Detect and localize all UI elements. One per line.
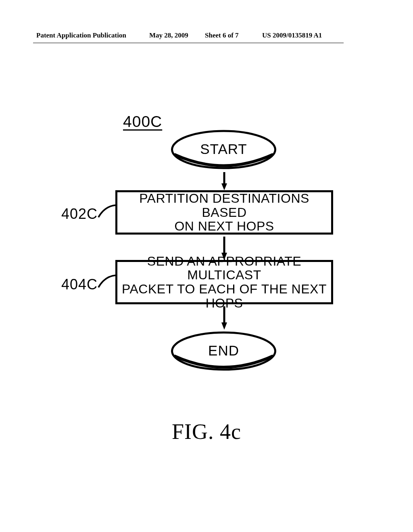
figure-reference: 400C (123, 113, 162, 131)
process-box-402c: PARTITION DESTINATIONS BASED ON NEXT HOP… (115, 190, 333, 235)
header-pubno: US 2009/0135819 A1 (262, 31, 322, 39)
svg-marker-2 (221, 183, 227, 190)
flowchart: 400C START 402C PARTITION DESTINATI (40, 99, 363, 417)
figure-caption: FIG. 4c (0, 419, 413, 444)
start-label: START (170, 141, 277, 157)
text-line: PARTITION DESTINATIONS BASED (139, 191, 309, 220)
header-rule (33, 43, 344, 43)
leader-line-icon (98, 273, 117, 289)
end-node: END (170, 331, 277, 373)
svg-marker-6 (221, 322, 227, 330)
arrow-icon (221, 306, 227, 330)
leader-line-icon (98, 203, 117, 219)
process-text: SEND AN APPROPRIATE MULTICAST PACKET TO … (121, 254, 328, 310)
end-label: END (170, 343, 277, 359)
header-publication: Patent Application Publication (36, 31, 126, 39)
header-sheet: Sheet 6 of 7 (205, 31, 239, 39)
process-box-404c: SEND AN APPROPRIATE MULTICAST PACKET TO … (115, 260, 333, 304)
text-line: SEND AN APPROPRIATE MULTICAST (147, 254, 301, 283)
ref-label-404c: 404C (61, 276, 98, 293)
arrow-icon (221, 172, 227, 190)
ref-label-402c: 402C (61, 206, 98, 222)
page: Patent Application Publication May 28, 2… (0, 0, 413, 532)
text-line: PACKET TO EACH OF THE NEXT HOPS (122, 282, 327, 310)
start-node: START (170, 129, 277, 172)
header-date: May 28, 2009 (149, 31, 188, 39)
text-line: ON NEXT HOPS (174, 219, 274, 233)
process-text: PARTITION DESTINATIONS BASED ON NEXT HOP… (121, 191, 328, 233)
